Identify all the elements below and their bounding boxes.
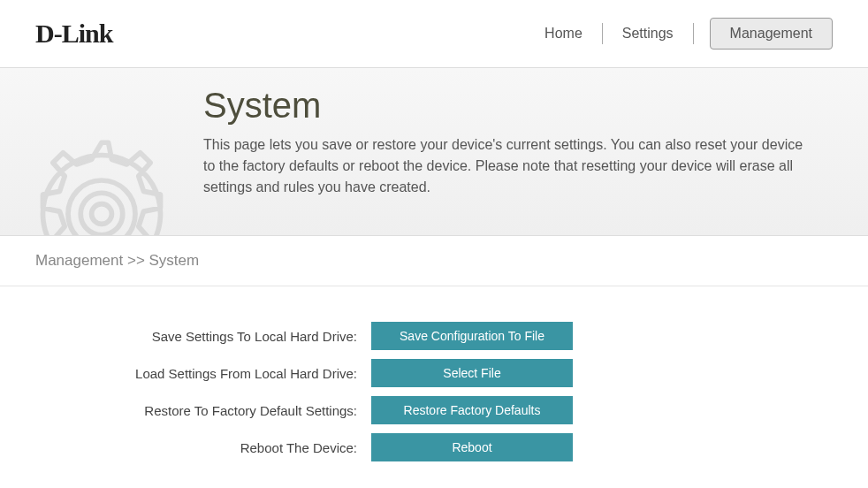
setting-label: Save Settings To Local Hard Drive: — [35, 329, 371, 344]
setting-row-restore: Restore To Factory Default Settings: Res… — [35, 396, 833, 424]
nav: Home Settings Management — [525, 18, 833, 50]
svg-point-1 — [80, 193, 123, 235]
breadcrumb: Management >> System — [0, 236, 868, 286]
settings-panel: Save Settings To Local Hard Drive: Save … — [0, 286, 868, 488]
logo: D-Link — [35, 19, 112, 49]
nav-divider — [693, 23, 694, 44]
svg-point-2 — [92, 204, 112, 225]
setting-row-load: Load Settings From Local Hard Drive: Sel… — [35, 359, 833, 387]
hero: System This page lets you save or restor… — [0, 68, 868, 236]
nav-settings[interactable]: Settings — [603, 19, 693, 49]
setting-row-save: Save Settings To Local Hard Drive: Save … — [35, 322, 833, 350]
save-configuration-button[interactable]: Save Configuration To File — [371, 322, 573, 350]
setting-row-reboot: Reboot The Device: Reboot — [35, 433, 833, 461]
select-file-button[interactable]: Select File — [371, 359, 573, 387]
nav-home[interactable]: Home — [525, 19, 602, 49]
page-description: This page lets you save or restore your … — [203, 134, 804, 198]
hero-content: System This page lets you save or restor… — [203, 86, 833, 198]
setting-label: Reboot The Device: — [35, 440, 371, 455]
setting-label: Load Settings From Local Hard Drive: — [35, 366, 371, 381]
nav-management[interactable]: Management — [710, 18, 833, 50]
header: D-Link Home Settings Management — [0, 0, 868, 68]
page-title: System — [203, 86, 833, 126]
restore-factory-defaults-button[interactable]: Restore Factory Defaults — [371, 396, 573, 424]
setting-label: Restore To Factory Default Settings: — [35, 403, 371, 418]
gear-icon — [18, 130, 186, 236]
reboot-button[interactable]: Reboot — [371, 433, 573, 461]
svg-point-0 — [68, 180, 135, 236]
